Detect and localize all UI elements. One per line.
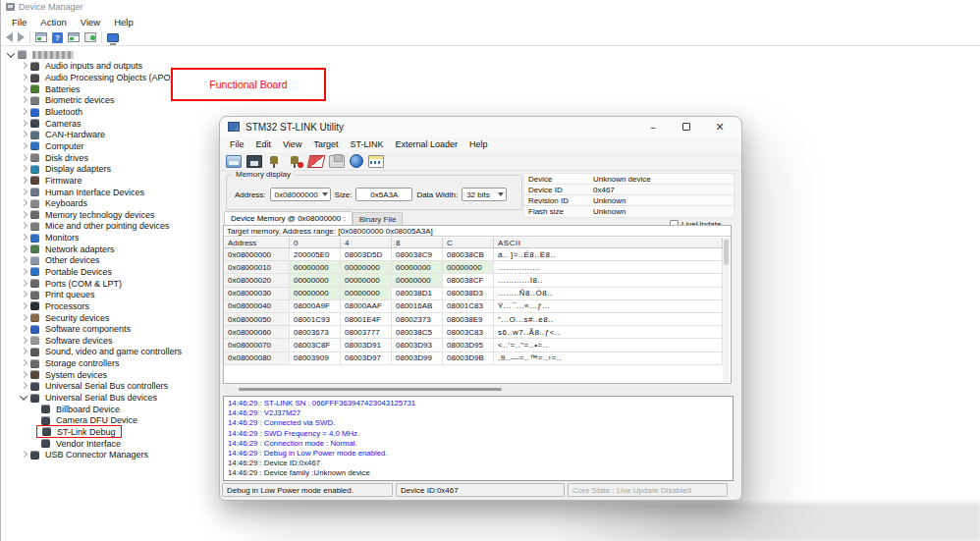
log-line: 14:46:29 : Device family :Unknown device: [228, 468, 729, 478]
stlink-menu-external-loader[interactable]: External Loader: [389, 138, 463, 150]
back-icon[interactable]: [6, 32, 13, 42]
close-button[interactable]: ✕: [706, 118, 734, 135]
usb-plug-icon: [30, 451, 39, 460]
memory-row[interactable]: 0x0800005008001C9308001E4F08002373080038…: [224, 313, 723, 326]
memory-row[interactable]: 0x08000000200005E008003D5D080038C9080038…: [224, 248, 723, 261]
memory-row[interactable]: 0x0800004008000A9F08000AAF080016AB08001C…: [224, 300, 723, 313]
tree-row[interactable]: Audio Processing Objects (APOs): [1, 72, 980, 83]
tree-row[interactable]: [1, 49, 980, 61]
stlink-menu-st-link[interactable]: ST-LINK: [344, 138, 389, 150]
open-file-icon[interactable]: [226, 155, 242, 168]
size-input[interactable]: 0x5A3A: [355, 188, 412, 201]
tree-item-label: Camera DFU Device: [54, 415, 139, 425]
tree-row[interactable]: Biometric devices: [1, 95, 980, 107]
stlink-titlebar[interactable]: STM32 ST-LINK Utility – ✕: [220, 117, 741, 136]
memory-row[interactable]: 0x08000010000000000000000000000000000000…: [224, 261, 723, 274]
horizontal-scrollbar-thumb[interactable]: [239, 388, 502, 391]
chevron-collapsed-icon[interactable]: [19, 61, 28, 71]
device-info-row: Device ID0x467: [524, 185, 734, 195]
stlink-menu-edit[interactable]: Edit: [250, 138, 278, 150]
tab-binary-file[interactable]: Binary File: [353, 212, 404, 225]
chevron-collapsed-icon[interactable]: [19, 221, 28, 231]
memory-row[interactable]: 0x080000800800390908003D9708003D9908003D…: [224, 352, 723, 365]
target-compare-icon[interactable]: [350, 154, 363, 168]
disk-drive-icon: [30, 153, 39, 162]
chevron-collapsed-icon[interactable]: [19, 279, 28, 289]
stlink-menu-target[interactable]: Target: [307, 138, 344, 150]
chevron-collapsed-icon[interactable]: [19, 119, 28, 129]
chevron-collapsed-icon[interactable]: [19, 267, 28, 277]
console-window-icon[interactable]: [35, 32, 47, 42]
minimize-button[interactable]: –: [639, 118, 667, 135]
stlink-menu-view[interactable]: View: [277, 138, 307, 150]
chevron-collapsed-icon[interactable]: [19, 290, 28, 299]
vertical-scrollbar[interactable]: [723, 238, 730, 382]
chevron-collapsed-icon[interactable]: [19, 130, 28, 139]
swv-viewer-icon[interactable]: [368, 155, 384, 168]
status-bar: Debug in Low Power mode enabled.Device I…: [222, 483, 728, 497]
memory-row[interactable]: 0x08000020000000000000000000000000080038…: [224, 274, 723, 287]
chevron-collapsed-icon[interactable]: [19, 381, 28, 391]
chevron-collapsed-icon[interactable]: [19, 176, 28, 186]
horizontal-scrollbar[interactable]: [223, 387, 732, 392]
chevron-collapsed-icon[interactable]: [19, 255, 28, 265]
value-cell: 08003D9B: [443, 352, 494, 364]
address-combobox[interactable]: 0x08000000: [270, 188, 331, 201]
save-file-icon[interactable]: [246, 155, 262, 168]
tree-row[interactable]: Audio inputs and outputs: [1, 61, 980, 73]
memory-tabs: Device Memory @ 0x08000000 : Binary File: [224, 211, 403, 225]
chevron-collapsed-icon[interactable]: [19, 73, 28, 82]
chevron-collapsed-icon[interactable]: [19, 210, 28, 220]
memory-row[interactable]: 0x080000300000000000000000080038D1080038…: [224, 288, 723, 300]
chevron-collapsed-icon[interactable]: [19, 95, 28, 105]
data-width-combobox[interactable]: 32 bits: [462, 188, 507, 201]
chevron-collapsed-icon[interactable]: [19, 358, 28, 368]
chevron-collapsed-icon[interactable]: [19, 324, 28, 334]
tab-device-memory-0x08000000-[interactable]: Device Memory @ 0x08000000 :: [224, 211, 353, 225]
chevron-collapsed-icon[interactable]: [19, 450, 28, 460]
chevron-collapsed-icon[interactable]: [19, 313, 28, 323]
stlink-menu-help[interactable]: Help: [463, 138, 494, 150]
scan-hardware-icon[interactable]: [84, 32, 96, 42]
chevron-collapsed-icon[interactable]: [19, 141, 28, 151]
memory-grid-header: Address048CASCII: [224, 238, 723, 248]
disconnect-icon[interactable]: [288, 155, 303, 168]
chevron-collapsed-icon[interactable]: [19, 233, 28, 243]
remote-computer-icon[interactable]: [107, 33, 119, 42]
value-cell: 00000000: [341, 288, 392, 299]
chevron-collapsed-icon[interactable]: [19, 153, 28, 163]
chevron-collapsed-icon[interactable]: [19, 107, 28, 117]
memory-row[interactable]: 0x080000600800367308003777080038C508003C…: [224, 326, 723, 339]
forward-icon[interactable]: [18, 32, 25, 42]
chevron-collapsed-icon[interactable]: [19, 347, 28, 356]
maximize-button[interactable]: [673, 118, 700, 135]
chevron-collapsed-icon[interactable]: [19, 164, 28, 174]
properties-window-icon[interactable]: [68, 32, 80, 42]
chevron-collapsed-icon[interactable]: [19, 198, 28, 208]
memory-row[interactable]: 0x0800007008003C8F08003D9108003D9308003D…: [224, 339, 723, 352]
connect-icon[interactable]: [267, 155, 283, 168]
help-icon[interactable]: ?: [52, 32, 63, 43]
menu-help[interactable]: Help: [107, 16, 140, 28]
address-cell: 0x08000070: [224, 339, 290, 351]
tree-item-label: Processors: [43, 301, 91, 311]
ascii-cell: ............Ï8..: [494, 274, 723, 286]
software-device-icon: [30, 336, 39, 345]
chevron-collapsed-icon[interactable]: [19, 336, 28, 346]
chevron-collapsed-icon[interactable]: [19, 301, 28, 311]
menu-view[interactable]: View: [74, 16, 107, 28]
tree-item-label: Memory technology devices: [43, 210, 157, 220]
menu-action[interactable]: Action: [33, 16, 73, 28]
chevron-expanded-icon[interactable]: [6, 50, 16, 60]
chevron-expanded-icon[interactable]: [19, 393, 28, 403]
address-cell: 0x08000020: [224, 274, 290, 286]
chevron-collapsed-icon[interactable]: [19, 188, 28, 197]
erase-chip-icon[interactable]: [307, 155, 326, 168]
program-verify-icon[interactable]: [329, 155, 345, 168]
chevron-collapsed-icon[interactable]: [19, 370, 28, 380]
menu-file[interactable]: File: [5, 16, 33, 28]
chevron-collapsed-icon[interactable]: [19, 244, 28, 254]
chevron-collapsed-icon[interactable]: [19, 84, 28, 94]
tree-row[interactable]: Batteries: [1, 83, 980, 95]
stlink-menu-file[interactable]: File: [224, 138, 250, 150]
